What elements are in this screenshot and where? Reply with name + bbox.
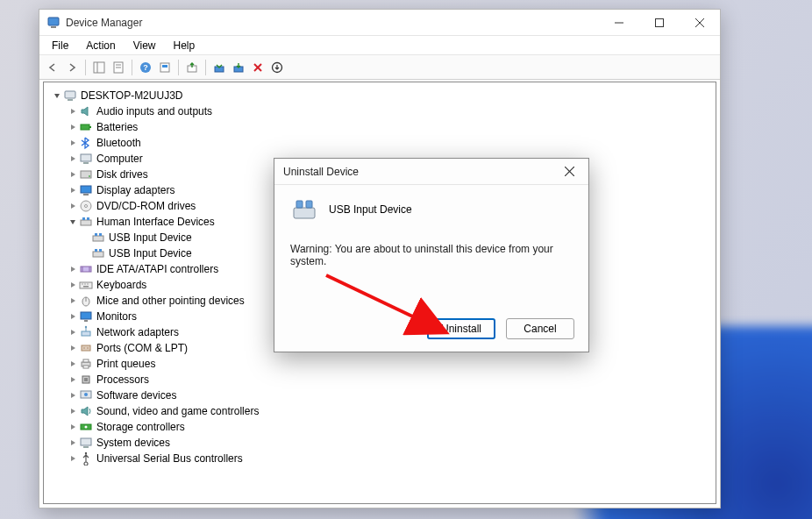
expander-icon[interactable] xyxy=(67,389,79,402)
tree-item-audio[interactable]: Audio inputs and outputs xyxy=(47,103,712,119)
svg-point-71 xyxy=(85,452,87,454)
expander-icon[interactable] xyxy=(67,452,79,465)
update-driver-button[interactable] xyxy=(182,58,202,77)
svg-rect-23 xyxy=(81,124,89,130)
tree-item-usb[interactable]: Universal Serial Bus controllers xyxy=(47,451,712,466)
enable-device-button[interactable] xyxy=(210,58,229,77)
tree-item-system[interactable]: System devices xyxy=(47,435,712,451)
tree-item-label: IDE ATA/ATAPI controllers xyxy=(96,263,218,275)
computer-icon xyxy=(79,152,93,166)
storage-icon xyxy=(79,420,93,434)
tree-item-batteries[interactable]: Batteries xyxy=(47,119,712,135)
tree-item-processors[interactable]: Processors xyxy=(47,372,712,387)
show-hide-tree-button[interactable] xyxy=(89,58,109,77)
toolbar-separator xyxy=(85,60,86,75)
action-button[interactable] xyxy=(155,58,175,77)
expander-icon[interactable] xyxy=(67,121,79,133)
menu-help[interactable]: Help xyxy=(167,38,203,53)
tree-item-label: Batteries xyxy=(96,121,138,133)
back-button[interactable] xyxy=(43,58,62,77)
tree-item-label: USB Input Device xyxy=(109,247,192,260)
cancel-button[interactable]: Cancel xyxy=(506,318,574,339)
svg-rect-38 xyxy=(99,233,102,236)
menu-file[interactable]: File xyxy=(45,38,75,53)
svg-point-46 xyxy=(82,283,82,284)
dialog-title: Uninstall Device xyxy=(283,166,359,178)
minimize-button[interactable] xyxy=(599,10,639,36)
expander-icon[interactable] xyxy=(67,263,79,275)
tree-item-label: System devices xyxy=(96,437,170,449)
expander-icon[interactable] xyxy=(51,89,63,102)
dialog-close-button[interactable] xyxy=(550,159,588,185)
svg-rect-69 xyxy=(81,438,91,445)
svg-rect-64 xyxy=(84,378,88,381)
tree-item-sound[interactable]: Sound, video and game controllers xyxy=(47,403,712,419)
svg-rect-22 xyxy=(68,99,73,101)
tree-item-label: Audio inputs and outputs xyxy=(96,105,212,117)
svg-rect-62 xyxy=(83,366,89,368)
dvd-icon xyxy=(79,199,93,213)
audio-icon xyxy=(79,104,93,118)
svg-rect-3 xyxy=(656,18,664,26)
expander-icon[interactable] xyxy=(67,105,79,117)
menubar: File Action View Help xyxy=(39,36,720,55)
hid-icon xyxy=(290,196,318,224)
expander-icon[interactable] xyxy=(67,279,79,291)
tree-item-label: DVD/CD-ROM drives xyxy=(96,200,196,212)
hid-icon xyxy=(91,231,105,245)
uninstall-dialog: Uninstall Device USB Input Device Warnin… xyxy=(274,158,589,352)
expander-icon[interactable] xyxy=(67,216,79,228)
expander-icon[interactable] xyxy=(67,326,79,338)
forward-button[interactable] xyxy=(62,58,82,77)
uninstall-button[interactable]: Uninstall xyxy=(427,318,495,339)
hid-icon xyxy=(79,215,93,229)
svg-rect-53 xyxy=(84,320,88,322)
svg-rect-49 xyxy=(83,286,89,288)
expander-icon[interactable] xyxy=(67,184,79,196)
expander-icon[interactable] xyxy=(67,200,79,212)
svg-rect-52 xyxy=(81,312,91,319)
expander-icon[interactable] xyxy=(67,421,79,433)
dialog-body: USB Input Device Warning: You are about … xyxy=(274,185,588,274)
tree-item-label: Mice and other pointing devices xyxy=(96,295,245,307)
expander-icon[interactable] xyxy=(67,137,79,149)
svg-rect-33 xyxy=(81,220,91,225)
tree-root[interactable]: DESKTOP-M2UUJ3D xyxy=(47,88,712,103)
toolbar-separator xyxy=(132,60,132,75)
expander-icon[interactable] xyxy=(67,358,79,370)
svg-text:?: ? xyxy=(143,63,148,72)
svg-rect-29 xyxy=(81,186,91,193)
cpu-icon xyxy=(79,373,93,387)
maximize-button[interactable] xyxy=(639,10,680,36)
tree-item-bluetooth[interactable]: Bluetooth xyxy=(47,135,712,151)
dialog-device-row: USB Input Device xyxy=(290,196,573,224)
expander-icon[interactable] xyxy=(67,310,79,323)
disable-device-button[interactable] xyxy=(229,58,248,77)
svg-rect-74 xyxy=(294,208,315,218)
menu-view[interactable]: View xyxy=(126,38,163,53)
svg-rect-54 xyxy=(82,331,90,336)
properties-button[interactable] xyxy=(109,58,128,77)
expander-icon[interactable] xyxy=(67,153,79,165)
tree-item-label: Ports (COM & LPT) xyxy=(96,342,188,354)
tree-item-print[interactable]: Print queues xyxy=(47,356,712,372)
battery-icon xyxy=(79,120,93,134)
expander-icon[interactable] xyxy=(67,405,79,417)
expander-icon[interactable] xyxy=(67,168,79,181)
tree-item-software[interactable]: Software devices xyxy=(47,387,712,403)
svg-rect-41 xyxy=(99,249,102,252)
expander-icon[interactable] xyxy=(67,437,79,449)
tree-item-storage[interactable]: Storage controllers xyxy=(47,419,712,435)
expander-icon[interactable] xyxy=(67,295,79,307)
expander-icon[interactable] xyxy=(67,342,79,354)
svg-point-48 xyxy=(87,283,88,284)
scan-hardware-button[interactable] xyxy=(267,58,287,77)
help-button[interactable]: ? xyxy=(136,58,155,77)
expander-icon[interactable] xyxy=(67,373,79,386)
close-button[interactable] xyxy=(680,10,720,36)
menu-action[interactable]: Action xyxy=(79,38,122,53)
svg-rect-76 xyxy=(306,201,312,208)
toolbar-separator xyxy=(178,60,179,75)
uninstall-device-button[interactable] xyxy=(248,58,267,77)
display-icon xyxy=(79,183,93,197)
